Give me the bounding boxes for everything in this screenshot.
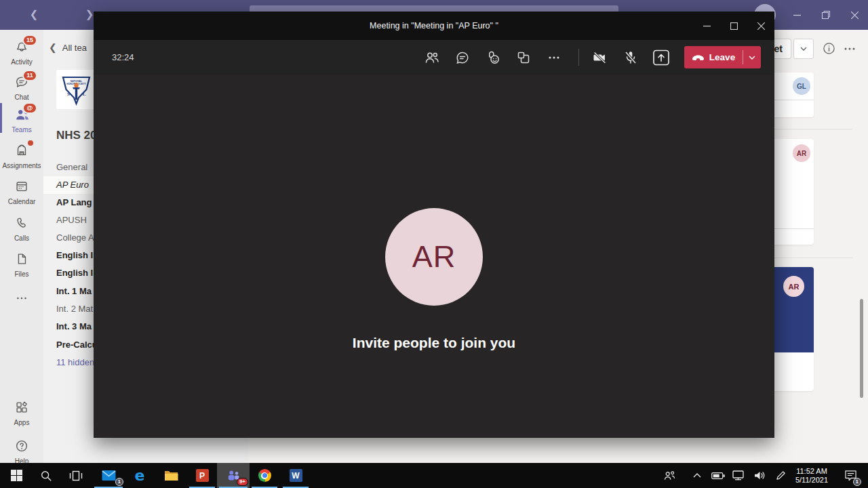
backpack-icon [14, 143, 29, 158]
taskbar: 1 e P 9+ W [0, 463, 868, 488]
start-button[interactable] [0, 463, 33, 488]
sidebar-item-activity[interactable]: 15 Activity [0, 39, 43, 66]
word-icon: W [290, 469, 302, 482]
meeting-window: Meeting in "Meeting in "AP Euro" " 32:24 [94, 12, 774, 438]
hang-up-icon [692, 54, 705, 61]
taskbar-teams-button[interactable]: 9+ [217, 463, 250, 488]
taskbar-word-button[interactable]: W [281, 463, 311, 488]
taskbar-explorer-button[interactable] [156, 463, 186, 488]
tray-battery-button[interactable] [708, 463, 728, 488]
app-close-button[interactable] [840, 0, 868, 30]
sidebar-item-help[interactable]: Help [0, 439, 43, 465]
phone-icon [14, 216, 29, 230]
show-participants-button[interactable] [424, 49, 440, 66]
avatar-ar: AR [793, 144, 810, 162]
show-conversation-button[interactable] [454, 49, 471, 66]
meeting-titlebar: Meeting in "Meeting in "AP Euro" " [94, 12, 774, 40]
channel-more-button[interactable] [843, 43, 856, 57]
avatar-gl: GL [793, 77, 810, 95]
meeting-timer: 32:24 [112, 40, 134, 75]
teams-unread-badge: 9+ [237, 478, 248, 486]
team-logo-nhs[interactable]: NATIONAL HONOR SOCIETY S L [56, 70, 96, 109]
chevron-up-icon [693, 473, 701, 478]
calendar-icon [14, 179, 29, 194]
avatar-ar: AR [783, 276, 804, 297]
chat-badge: 11 [22, 70, 37, 81]
bell-icon: 15 [14, 39, 29, 54]
pen-icon [776, 470, 786, 481]
camera-off-icon [592, 49, 608, 66]
tray-clock[interactable]: 11:52 AM 5/11/2021 [789, 463, 834, 488]
meet-dropdown-button[interactable] [793, 39, 814, 59]
taskbar-edge-button[interactable]: e [125, 463, 155, 488]
leave-options-button[interactable] [743, 56, 761, 60]
nav-back-icon[interactable]: ❮ [27, 8, 41, 20]
meeting-avatar: AR [385, 208, 483, 306]
tray-people-button[interactable] [659, 463, 679, 488]
more-actions-button[interactable] [546, 49, 562, 66]
app-rail: 15 Activity 11 Chat @ Teams Assignments [0, 30, 43, 463]
team-name: NHS 20 [56, 129, 97, 142]
tray-volume-button[interactable] [749, 463, 770, 488]
breakout-rooms-icon [515, 49, 532, 66]
task-view-icon [69, 470, 83, 481]
channel-info-button[interactable] [823, 42, 835, 58]
sidebar-item-assignments[interactable]: Assignments [0, 143, 43, 169]
share-screen-button[interactable] [651, 49, 671, 66]
speaker-icon [753, 470, 766, 481]
app-restore-button[interactable] [812, 0, 840, 30]
taskbar-powerpoint-button[interactable]: P [187, 463, 217, 488]
sidebar-item-apps[interactable]: Apps [0, 400, 43, 426]
sidebar-item-teams[interactable]: @ Teams [0, 107, 43, 134]
leave-split-button: Leave [684, 46, 761, 68]
svg-text:L: L [83, 92, 86, 97]
back-to-all-teams[interactable]: ❮ All tea [49, 42, 87, 53]
action-center-button[interactable]: 1 [837, 463, 864, 488]
meeting-minimize-button[interactable] [693, 12, 720, 40]
sidebar-item-chat[interactable]: 11 Chat [0, 75, 43, 101]
tray-network-button[interactable] [728, 463, 749, 488]
ellipsis-icon [14, 291, 29, 306]
meeting-maximize-button[interactable] [720, 12, 747, 40]
chevron-down-icon [749, 56, 755, 60]
share-icon [651, 48, 671, 67]
sidebar-item-files[interactable]: Files [0, 251, 43, 278]
app-minimize-button[interactable] [783, 0, 811, 30]
apps-grid-icon [14, 400, 29, 415]
taskbar-chrome-button[interactable] [250, 463, 279, 488]
folder-icon [164, 470, 178, 481]
reactions-button[interactable] [485, 49, 501, 66]
windows-logo-icon [11, 470, 22, 481]
tray-date: 5/11/2021 [795, 476, 828, 485]
tray-pen-button[interactable] [772, 463, 789, 488]
leave-button[interactable]: Leave [684, 52, 743, 62]
mic-off-button[interactable] [623, 49, 639, 66]
taskbar-mail-button[interactable]: 1 [92, 463, 125, 488]
reactions-icon [485, 49, 501, 66]
meeting-toolbar: 32:24 [94, 40, 774, 75]
rail-more-button[interactable] [0, 291, 43, 308]
scrollbar[interactable] [860, 299, 863, 398]
info-icon [823, 42, 835, 55]
mail-unread-badge: 1 [115, 478, 123, 486]
ellipsis-icon [546, 49, 562, 66]
sidebar-item-calendar[interactable]: Calendar [0, 179, 43, 205]
tray-time: 11:52 AM [796, 467, 827, 476]
meeting-title: Meeting in "Meeting in "AP Euro" " [94, 12, 774, 40]
taskbar-search-button[interactable] [31, 463, 61, 488]
teams-mention-badge: @ [22, 102, 37, 114]
sidebar-item-calls[interactable]: Calls [0, 216, 43, 242]
screen: ❮ ❯ 15 Activity 11 Chat [0, 0, 868, 488]
meeting-close-button[interactable] [747, 12, 774, 40]
task-view-button[interactable] [61, 463, 91, 488]
assignments-badge [26, 139, 35, 147]
help-icon [14, 439, 29, 453]
meeting-stage: AR Invite people to join you [94, 75, 774, 438]
toolbar-divider [578, 49, 579, 66]
camera-off-button[interactable] [592, 49, 608, 66]
svg-text:S: S [67, 92, 70, 97]
ellipsis-icon [843, 43, 856, 54]
tray-overflow-button[interactable] [688, 463, 707, 488]
action-center-badge: 1 [853, 478, 861, 486]
breakout-rooms-button[interactable] [515, 49, 532, 66]
